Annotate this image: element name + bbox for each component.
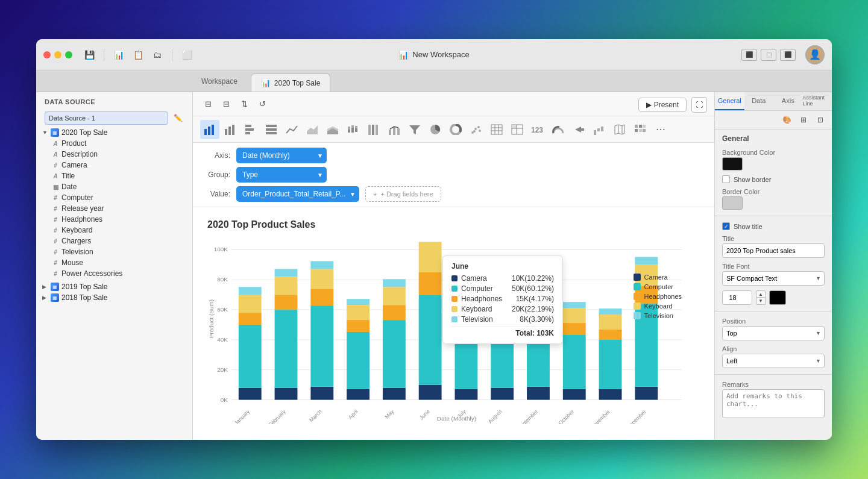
svg-text:40K: 40K xyxy=(217,336,228,343)
maximize-button[interactable] xyxy=(65,51,72,58)
chart-type-heatmap[interactable] xyxy=(631,120,650,139)
tab-2020-top-sale[interactable]: 📊 2020 Top Sale xyxy=(251,74,331,92)
tree-label-keyboard: Keyboard xyxy=(61,226,92,234)
position-select[interactable]: Top xyxy=(722,326,825,340)
rp-tab-general[interactable]: General xyxy=(715,92,744,110)
copy-icon[interactable]: ⬜ xyxy=(180,48,194,62)
chart-type-line[interactable] xyxy=(282,120,301,139)
minimize-button[interactable] xyxy=(54,51,61,58)
tree-item-power-accessories[interactable]: # Power Accessories xyxy=(36,268,192,279)
rp-icon-expand[interactable]: ⊡ xyxy=(814,113,827,127)
font-size-up[interactable]: ▲ xyxy=(756,290,766,298)
tree-item-description[interactable]: A Description xyxy=(36,149,192,160)
tree-item-computer[interactable]: # Computer xyxy=(36,192,192,203)
table-icon[interactable]: 📋 xyxy=(131,48,145,62)
drag-field-placeholder[interactable]: + + Drag fields here xyxy=(365,186,441,202)
chart-type-gauge[interactable] xyxy=(549,120,568,139)
chart-type-map[interactable] xyxy=(610,120,629,139)
tree-item-chargers[interactable]: # Chargers xyxy=(36,236,192,246)
datasource-select[interactable]: Data Source - 1 xyxy=(45,111,168,125)
layout-icon-3[interactable]: ⬛ xyxy=(780,49,796,61)
tree-item-date[interactable]: ▦ Date xyxy=(36,181,192,192)
tree-item-television[interactable]: # Television xyxy=(36,246,192,257)
rp-tab-data[interactable]: Data xyxy=(744,92,774,110)
chart-type-area[interactable] xyxy=(303,120,322,139)
close-button[interactable] xyxy=(43,51,51,58)
chart-type-crosstab[interactable] xyxy=(508,120,527,139)
axis-select[interactable]: Date (Monthly) xyxy=(236,148,327,163)
tree-item-product[interactable]: A Product xyxy=(36,138,192,149)
filter-btn[interactable]: ⊟ xyxy=(200,96,216,112)
config-rows: Axis: Date (Monthly) ▼ Group: Type xyxy=(193,143,714,207)
chart-type-more[interactable]: ⋯ xyxy=(651,120,670,139)
svg-rect-89 xyxy=(347,299,370,305)
tree-item-2018[interactable]: ▶ ▦ 2018 Top Sale xyxy=(36,292,192,303)
fullscreen-button[interactable]: ⛶ xyxy=(691,97,707,113)
svg-rect-71 xyxy=(239,325,262,388)
tree-item-release-year[interactable]: # Release year xyxy=(36,203,192,214)
show-title-checkbox[interactable]: ✓ xyxy=(722,222,730,230)
layout-icon-1[interactable]: ⬛ xyxy=(741,49,757,61)
value-select[interactable]: Order_Product_Total_Retail_P... xyxy=(236,186,359,202)
rp-tab-axis[interactable]: Axis xyxy=(773,92,803,110)
rp-divider-1 xyxy=(715,216,832,216)
svg-rect-46 xyxy=(594,130,596,135)
rp-icons: 🎨 ⊞ ⊡ xyxy=(715,111,832,130)
svg-rect-5 xyxy=(232,125,234,135)
chart-type-hbar2[interactable] xyxy=(262,120,281,139)
expand-arrow-2019: ▶ xyxy=(42,284,48,290)
chart-type-bar2[interactable] xyxy=(221,120,240,139)
rp-tab-assistant-line[interactable]: Assistant Line xyxy=(803,92,832,110)
remarks-textarea[interactable] xyxy=(722,389,825,418)
svg-rect-75 xyxy=(275,388,298,400)
save-icon[interactable]: 💾 xyxy=(82,48,96,62)
tree-item-2020[interactable]: ▼ ▦ 2020 Top Sale xyxy=(36,127,192,138)
chart-type-table[interactable] xyxy=(487,120,506,139)
rp-icon-palette[interactable]: 🎨 xyxy=(780,113,793,127)
svg-rect-22 xyxy=(372,125,374,135)
tree-item-title[interactable]: A Title xyxy=(36,171,192,181)
svg-rect-94 xyxy=(383,279,406,287)
show-border-checkbox[interactable] xyxy=(722,175,730,183)
svg-rect-81 xyxy=(310,305,333,387)
svg-rect-114 xyxy=(563,389,586,400)
font-size-down[interactable]: ▼ xyxy=(756,298,766,305)
title-font-select[interactable]: SF Compact Text xyxy=(722,271,825,286)
bg-color-swatch[interactable] xyxy=(722,157,743,171)
font-color-swatch[interactable] xyxy=(769,290,786,305)
border-color-swatch[interactable] xyxy=(722,196,743,210)
tree-item-mouse[interactable]: # Mouse xyxy=(36,257,192,268)
group-select[interactable]: Type xyxy=(236,167,327,183)
datasource-edit-icon[interactable]: ✏️ xyxy=(172,112,184,124)
chart-type-donut[interactable] xyxy=(446,120,465,139)
chart-type-waterfall[interactable] xyxy=(590,120,609,139)
chart-type-area2[interactable] xyxy=(323,120,342,139)
tree-item-2019[interactable]: ▶ ▦ 2019 Top Sale xyxy=(36,281,192,292)
refresh-btn[interactable]: ↺ xyxy=(254,96,270,112)
filter2-btn[interactable]: ⊟ xyxy=(218,96,234,112)
chart-toolbar: ⊟ ⊟ ⇅ ↺ ▶ Present ⛶ xyxy=(193,92,714,116)
font-size-input[interactable] xyxy=(722,290,752,305)
present-button[interactable]: ▶ Present xyxy=(638,98,687,112)
chart-type-stacked2[interactable] xyxy=(364,120,383,139)
chart-type-stacked[interactable] xyxy=(344,120,363,139)
layout-icon-2[interactable]: ⬚ xyxy=(761,49,776,61)
align-select[interactable]: Left xyxy=(722,354,825,368)
tree-item-camera[interactable]: # Camera xyxy=(36,160,192,171)
chart-icon[interactable]: 📊 xyxy=(112,48,126,62)
rp-icon-layout[interactable]: ⊞ xyxy=(797,113,810,127)
chart-type-pie[interactable] xyxy=(426,120,445,139)
chart-type-combo[interactable] xyxy=(385,120,404,139)
chart-type-scatter[interactable] xyxy=(467,120,486,139)
chart-type-hbar[interactable] xyxy=(241,120,260,139)
dashboard-icon[interactable]: 🗂 xyxy=(150,48,165,62)
tree-item-keyboard[interactable]: # Keyboard xyxy=(36,225,192,236)
chart-type-arrow[interactable] xyxy=(569,120,588,139)
chart-type-bar[interactable] xyxy=(200,120,219,139)
tree-item-headphones[interactable]: # Headphones xyxy=(36,214,192,225)
sort-btn[interactable]: ⇅ xyxy=(236,96,252,112)
user-avatar[interactable]: 👤 xyxy=(805,45,825,64)
title-input[interactable] xyxy=(722,243,825,258)
chart-type-filter[interactable] xyxy=(405,120,424,139)
chart-type-number[interactable]: 123 xyxy=(528,120,547,139)
